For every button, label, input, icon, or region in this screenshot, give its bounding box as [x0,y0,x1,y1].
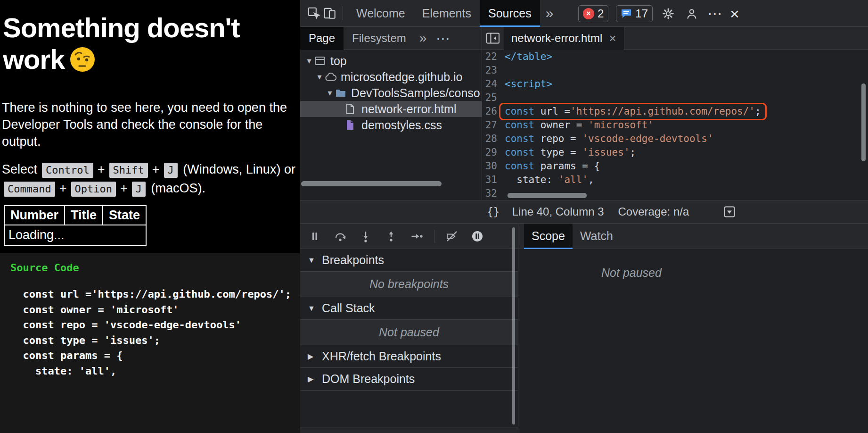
key-option: Option [71,182,116,197]
line-number[interactable]: 27 [482,118,505,132]
pause-on-exceptions-icon[interactable] [469,228,485,244]
code-text[interactable]: const type = 'issues'; [505,146,636,159]
file-tab[interactable]: network-error.html × [504,27,624,50]
pretty-print-button[interactable]: {} [487,206,500,218]
pause-script-icon[interactable] [307,228,323,244]
code-text[interactable]: </table> [505,50,552,64]
step-icon[interactable] [409,228,425,244]
demo-page: Something doesn't work There is nothing … [0,0,300,433]
editor-hscrollbar-thumb[interactable] [508,193,587,198]
step-over-icon[interactable] [332,228,348,244]
line-number[interactable]: 28 [482,132,505,146]
close-file-icon[interactable]: × [609,31,616,46]
step-out-icon[interactable] [383,228,399,244]
section-header-dom-breakpoints[interactable]: ▶DOM Breakpoints [300,368,518,391]
tree-item-demostyles-css[interactable]: demostyles.css [300,117,482,133]
close-devtools-button[interactable]: × [730,6,739,22]
plus-separator: + [59,181,67,195]
tree-item-label: demostyles.css [361,118,442,132]
navigator-more-options-icon[interactable]: ⋯ [431,30,455,47]
device-toolbar-icon[interactable] [322,5,338,21]
toggle-navigator-icon[interactable] [482,32,504,44]
navigator-pane: PageFilesystem » ⋯ ▾top▾microsoftedge.gi… [300,27,482,200]
more-options-icon[interactable]: ⋯ [707,6,722,21]
code-text[interactable]: const owner = 'microsoft' [505,118,654,132]
debugger-vscrollbar-thumb[interactable] [512,227,515,425]
section-label: Call Stack [322,301,375,315]
line-number[interactable]: 29 [482,146,505,159]
inspect-icon[interactable] [306,5,322,21]
error-counter[interactable]: × 2 [578,5,608,22]
navigator-hscrollbar-thumb[interactable] [301,181,442,186]
disclosure-expanded-icon[interactable]: ▾ [304,56,314,66]
open-drawer-icon[interactable] [723,206,736,221]
page-title: Something doesn't work [3,12,286,79]
key-j: J [132,182,146,197]
tree-item-top[interactable]: ▾top [300,53,482,69]
deactivate-breakpoints-icon[interactable] [444,228,460,244]
section-label: Breakpoints [322,253,384,267]
more-panels-button[interactable]: » [540,5,559,21]
step-into-icon[interactable] [358,228,374,244]
code-token: type = [534,147,582,158]
error-count: 2 [598,7,604,20]
code-text[interactable]: const repo = 'vscode-edge-devtools' [505,132,713,146]
settings-gear-icon[interactable] [660,6,676,22]
column-header-number: Number [4,206,65,225]
line-number[interactable]: 24 [482,77,505,91]
editor-pane: network-error.html × 22</table>2324<scri… [482,27,868,200]
section-header-xhr-fetch-breakpoints[interactable]: ▶XHR/fetch Breakpoints [300,345,518,368]
navigator-tab-bar: PageFilesystem » ⋯ [300,27,482,50]
debugger-controls [300,224,518,249]
navigator-tab-page[interactable]: Page [300,27,344,50]
tab-welcome[interactable]: Welcome [348,0,414,27]
navigator-tab-filesystem[interactable]: Filesystem [344,27,415,50]
line-number[interactable]: 25 [482,91,505,105]
code-token: 'all' [558,174,588,185]
section-message: Not paused [300,320,518,345]
disclosure-expanded-icon[interactable]: ▾ [314,72,325,82]
source-code-title: Source Code [10,262,300,274]
disclosure-expanded-icon[interactable]: ▾ [325,88,335,98]
scope-message: Not paused [518,266,745,280]
feedback-icon[interactable] [684,6,700,22]
issues-counter[interactable]: 17 [616,5,653,22]
line-number[interactable]: 23 [482,64,505,77]
sidebar-tab-watch[interactable]: Watch [573,224,621,249]
line-number[interactable]: 31 [482,173,505,187]
code-line: 29const type = 'issues'; [482,146,868,159]
section-header-call-stack[interactable]: ▼Call Stack [300,297,518,320]
editor-vscrollbar-thumb[interactable] [861,83,866,161]
sources-upper-area: PageFilesystem » ⋯ ▾top▾microsoftedge.gi… [300,27,868,200]
code-line: 26const url ='https://api.github.com/rep… [482,105,868,118]
code-token: <script> [505,78,552,90]
tree-item-network-error-html[interactable]: network-error.html [300,101,482,117]
tab-elements[interactable]: Elements [414,0,480,27]
tree-item-devtoolssamples-conso[interactable]: ▾DevToolsSamples/conso [300,85,482,101]
chevron-right-icon: ▶ [308,352,322,361]
line-number[interactable]: 32 [482,187,505,200]
frame-icon [314,56,328,66]
key-j: J [164,163,178,178]
tab-sources[interactable]: Sources [480,0,540,27]
chevron-down-icon: ▼ [308,256,322,265]
code-token: const [505,119,534,131]
debugger-toolbar-separator [434,230,434,243]
line-number[interactable]: 22 [482,50,505,64]
code-editor[interactable]: 22</table>2324<script>2526const url ='ht… [482,50,868,200]
code-token: const [505,160,534,172]
tree-item-microsoftedge-github-io[interactable]: ▾microsoftedge.github.io [300,69,482,85]
more-navigator-tabs-button[interactable]: » [415,31,432,46]
tree-item-label: DevToolsSamples/conso [351,86,480,100]
panel-tabs: WelcomeElementsSources [348,0,540,27]
code-text[interactable]: <script> [505,77,552,91]
code-text[interactable]: state: 'all', [505,173,594,187]
code-text[interactable]: const params = { [505,159,600,173]
code-token: </table> [505,51,552,62]
sidebar-tab-scope[interactable]: Scope [524,224,573,249]
highlighted-code-line[interactable]: const url ='https://api.github.com/repos… [501,105,765,118]
screenshot-root: Something doesn't work There is nothing … [0,0,868,433]
section-header-breakpoints[interactable]: ▼Breakpoints [300,249,518,272]
line-number[interactable]: 30 [482,159,505,173]
source-code-block: Source Code const url ='https://api.gith… [0,253,300,433]
